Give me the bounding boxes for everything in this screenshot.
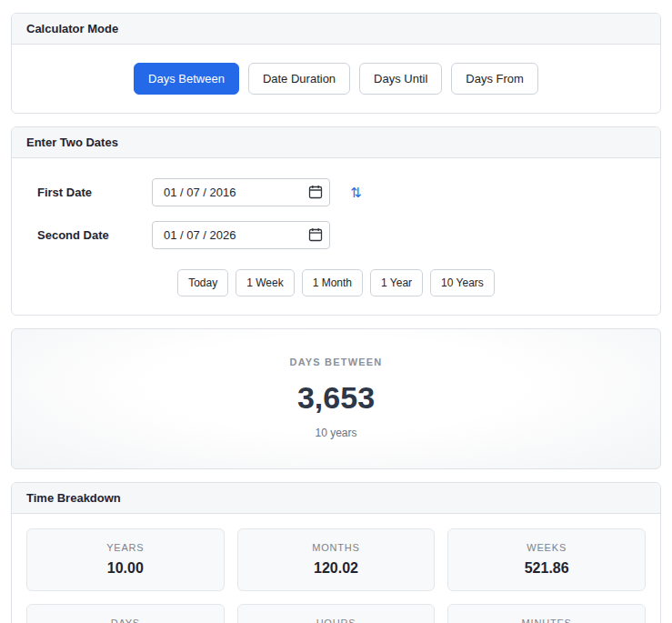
breakdown-card-weeks: WEEKS 521.86 xyxy=(447,528,646,591)
result-value: 3,653 xyxy=(26,380,646,416)
first-date-input-wrap xyxy=(152,178,330,206)
second-date-input[interactable] xyxy=(152,221,330,249)
breakdown-card-label: HOURS xyxy=(247,618,426,623)
enter-dates-title: Enter Two Dates xyxy=(12,127,660,158)
result-label: DAYS BETWEEN xyxy=(26,357,646,367)
mode-button-days-between[interactable]: Days Between xyxy=(134,63,239,95)
calculator-mode-title: Calculator Mode xyxy=(12,14,660,45)
mode-button-group: Days Between Date Duration Days Until Da… xyxy=(12,45,660,113)
quick-button-1-month[interactable]: 1 Month xyxy=(302,269,363,296)
quick-button-10-years[interactable]: 10 Years xyxy=(430,269,495,296)
mode-button-days-from[interactable]: Days From xyxy=(451,63,538,95)
breakdown-card-minutes: MINUTES 5,260,320 xyxy=(447,604,646,623)
breakdown-card-value: 521.86 xyxy=(457,560,636,577)
second-date-label: Second Date xyxy=(26,228,152,242)
breakdown-card-label: YEARS xyxy=(36,542,215,553)
quick-button-today[interactable]: Today xyxy=(177,269,228,296)
time-breakdown-title: Time Breakdown xyxy=(12,483,660,514)
breakdown-card-label: MINUTES xyxy=(457,618,636,623)
quick-button-1-year[interactable]: 1 Year xyxy=(370,269,423,296)
breakdown-card-label: DAYS xyxy=(36,618,215,623)
breakdown-body: YEARS 10.00 MONTHS 120.02 WEEKS 521.86 D… xyxy=(12,514,660,623)
breakdown-cards-grid: YEARS 10.00 MONTHS 120.02 WEEKS 521.86 D… xyxy=(26,528,646,623)
breakdown-card-hours: HOURS 87,672 xyxy=(237,604,436,623)
calendar-icon[interactable] xyxy=(308,185,323,199)
calculator-mode-panel: Calculator Mode Days Between Date Durati… xyxy=(11,13,661,114)
breakdown-card-value: 120.02 xyxy=(247,560,426,577)
second-date-input-wrap xyxy=(152,221,330,249)
enter-dates-panel: Enter Two Dates First Date ⇅ Second Date xyxy=(11,126,661,316)
dates-body: First Date ⇅ Second Date xyxy=(12,158,660,315)
result-subtitle: 10 years xyxy=(26,427,646,439)
first-date-input[interactable] xyxy=(152,178,330,206)
breakdown-card-value: 10.00 xyxy=(36,560,215,577)
breakdown-card-years: YEARS 10.00 xyxy=(26,528,225,591)
breakdown-card-label: MONTHS xyxy=(247,542,426,553)
first-date-label: First Date xyxy=(26,186,152,199)
date-calculator-page: Calculator Mode Days Between Date Durati… xyxy=(0,0,672,623)
calendar-icon[interactable] xyxy=(308,227,323,242)
breakdown-card-label: WEEKS xyxy=(457,542,636,553)
first-date-row: First Date ⇅ xyxy=(26,178,646,206)
quick-button-1-week[interactable]: 1 Week xyxy=(236,269,294,296)
mode-button-date-duration[interactable]: Date Duration xyxy=(248,63,350,95)
second-date-row: Second Date xyxy=(26,221,646,249)
breakdown-card-months: MONTHS 120.02 xyxy=(237,528,436,591)
quick-date-buttons: Today 1 Week 1 Month 1 Year 10 Years xyxy=(26,269,646,296)
breakdown-card-days: DAYS 3,653 xyxy=(26,604,225,623)
mode-button-days-until[interactable]: Days Until xyxy=(359,63,442,95)
swap-dates-icon[interactable]: ⇅ xyxy=(350,186,362,199)
time-breakdown-panel: Time Breakdown YEARS 10.00 MONTHS 120.02… xyxy=(11,482,661,623)
result-panel: DAYS BETWEEN 3,653 10 years xyxy=(11,328,661,469)
